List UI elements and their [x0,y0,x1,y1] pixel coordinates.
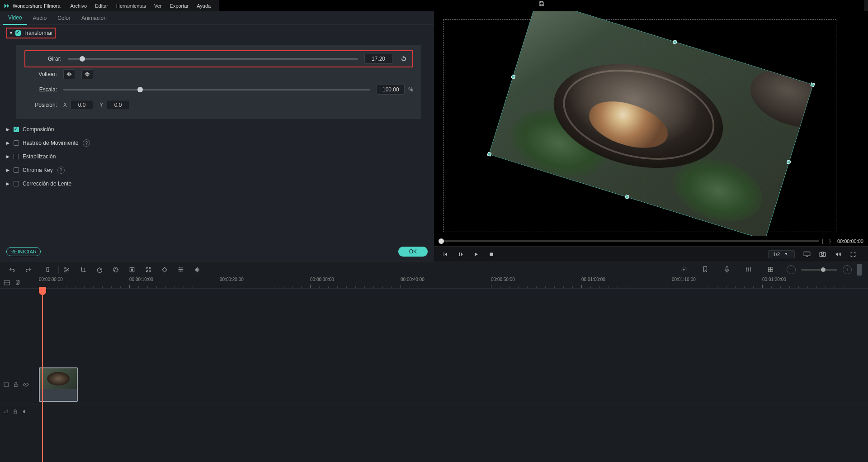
playhead[interactable] [39,287,46,295]
magnet-icon[interactable] [14,280,21,286]
ruler-label: 00:01:20:00 [762,277,786,282]
reset-button[interactable]: REINICIAR [6,247,41,256]
marker-icon[interactable] [700,264,711,275]
pos-x-value[interactable]: 0.0 [71,100,93,110]
audio-wave-icon[interactable] [192,264,203,275]
zoom-slider[interactable] [801,269,837,271]
vertical-scroll-thumb[interactable] [857,264,862,276]
redo-icon[interactable] [23,264,33,275]
flip-vertical-button[interactable] [81,69,93,79]
speaker-icon[interactable] [22,409,28,414]
mixer-icon[interactable] [743,264,754,275]
playback-controls: 1/2▼ [434,246,868,262]
display-icon[interactable] [801,248,813,260]
chevron-down-icon: ▼ [784,252,788,256]
composition-checkbox[interactable] [14,127,19,132]
mark-in-icon[interactable]: { [822,238,824,244]
pos-y-value[interactable]: 0.0 [107,100,129,110]
menu-editar[interactable]: Editar [95,3,108,9]
transform-checkbox[interactable] [15,30,21,36]
music-icon[interactable]: ♪1 [4,409,9,414]
expand-icon[interactable] [143,264,154,275]
rotate-reset-icon[interactable] [399,54,409,64]
motion-tracking-checkbox[interactable] [14,140,19,146]
scale-value[interactable]: 100.00 [377,85,405,95]
undo-icon[interactable] [6,264,17,275]
ok-button[interactable]: OK [398,247,428,257]
section-lens[interactable]: ▶ Corrección de Lente [0,177,434,191]
flip-horizontal-button[interactable] [63,69,75,79]
expand-arrow-icon: ▶ [6,127,12,132]
grid-icon[interactable] [765,264,776,275]
resize-handle[interactable] [787,160,791,164]
lock-icon[interactable] [13,409,18,414]
position-label: Posición: [24,102,57,108]
crop-icon[interactable] [78,264,89,275]
eye-icon[interactable] [23,382,29,387]
keyframe-icon[interactable] [159,264,170,275]
menu-archivo[interactable]: Archivo [71,3,87,9]
titlebar: Wondershare Filmora Archivo Editar Herra… [0,0,868,11]
audio-track-head: ♪1 [0,405,39,419]
resize-handle[interactable] [625,195,629,199]
section-composition[interactable]: ▶ Composición [0,123,434,136]
adjust-icon[interactable] [175,264,186,275]
auto-icon[interactable] [678,264,689,275]
composition-title: Composición [23,126,54,133]
snapshot-icon[interactable] [816,248,828,260]
page-selector[interactable]: 1/2▼ [768,250,795,258]
rotate-slider[interactable] [68,58,358,60]
tab-animacion[interactable]: Animación [76,11,112,25]
clip-thumbnail [40,368,77,389]
section-motion-tracking[interactable]: ▶ Rastreo de Movimiento ? [0,136,434,150]
lens-title: Corrección de Lente [23,181,71,187]
scrub-track[interactable] [439,240,819,242]
section-stabilization[interactable]: ▶ Estabilización [0,150,434,163]
zoom-in-button[interactable]: + [843,265,852,274]
prev-frame-button[interactable] [439,248,451,260]
rotate-value[interactable]: 17.20 [364,54,392,64]
chroma-checkbox[interactable] [14,167,19,173]
video-clip[interactable]: Plato de Comi [39,367,78,402]
preview-canvas[interactable] [434,11,868,236]
speed-icon[interactable] [94,264,105,275]
section-chroma[interactable]: ▶ Chroma Key ? [0,163,434,177]
scale-unit: % [408,86,413,93]
scale-slider[interactable] [63,89,370,90]
stabilization-checkbox[interactable] [14,154,19,159]
mark-out-icon[interactable]: } [829,238,831,244]
svg-point-16 [180,271,181,271]
menu-herramientas[interactable]: Herramientas [116,3,146,9]
svg-point-10 [117,269,118,270]
lock-icon[interactable] [14,382,18,387]
menu-exportar[interactable]: Exportar [170,3,189,9]
save-icon[interactable] [538,0,545,7]
video-track: Plato de Comi [0,365,868,405]
timeline-menu-icon[interactable] [4,280,10,286]
zoom-out-button[interactable]: − [787,265,796,274]
menu-ayuda[interactable]: Ayuda [197,3,211,9]
menu-ver[interactable]: Ver [154,3,162,9]
greenscreen-icon[interactable] [127,264,137,275]
timeline-ruler[interactable]: 00:00:00:0000:00:10:0000:00:20:0000:00:3… [39,277,868,288]
help-icon[interactable]: ? [83,139,90,147]
canvas-selection[interactable] [506,38,796,201]
fullscreen-icon[interactable] [847,248,859,260]
volume-icon[interactable] [832,248,844,260]
help-icon[interactable]: ? [57,167,65,174]
color-icon[interactable] [110,264,121,275]
track-menu-icon[interactable] [4,382,9,387]
play-button[interactable] [470,248,482,260]
split-icon[interactable] [61,264,72,275]
mic-icon[interactable] [722,264,732,275]
tab-audio[interactable]: Audio [27,11,52,25]
section-transform-header[interactable]: ▼ Transformar [6,28,56,38]
play-pause-button[interactable] [455,248,467,260]
stabilization-title: Estabilización [23,153,56,160]
lens-checkbox[interactable] [14,181,19,186]
tab-video[interactable]: Video [3,11,27,25]
collapse-arrow-icon: ▼ [9,31,14,35]
stop-button[interactable] [486,248,497,260]
delete-icon[interactable] [42,264,53,275]
tab-color[interactable]: Color [52,11,76,25]
